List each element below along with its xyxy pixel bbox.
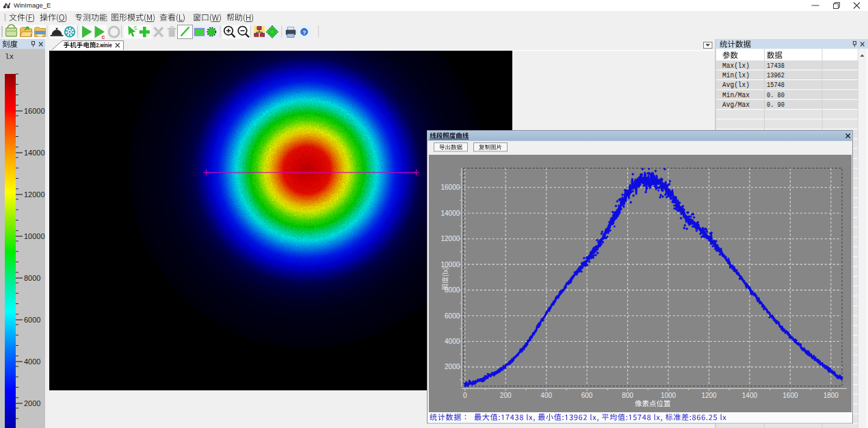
svg-text:1000: 1000 — [661, 392, 676, 399]
svg-text:4000: 4000 — [445, 338, 460, 345]
svg-text:16000: 16000 — [440, 184, 460, 191]
svg-text:1600: 1600 — [782, 392, 798, 399]
svg-text:6000: 6000 — [445, 312, 460, 320]
svg-text:10000: 10000 — [440, 261, 460, 268]
svg-text:2000: 2000 — [445, 363, 460, 370]
svg-text:600: 600 — [581, 392, 593, 399]
svg-text:8000: 8000 — [445, 286, 460, 294]
svg-text:800: 800 — [622, 392, 633, 399]
svg-text:400: 400 — [540, 392, 552, 399]
svg-text:1200: 1200 — [701, 392, 717, 399]
svg-text:1400: 1400 — [742, 392, 758, 399]
svg-text:14000: 14000 — [440, 210, 460, 217]
svg-text:1800: 1800 — [824, 392, 839, 399]
svg-text:200: 200 — [500, 392, 512, 399]
svg-text:0: 0 — [463, 392, 467, 399]
svg-text:12000: 12000 — [440, 235, 460, 242]
